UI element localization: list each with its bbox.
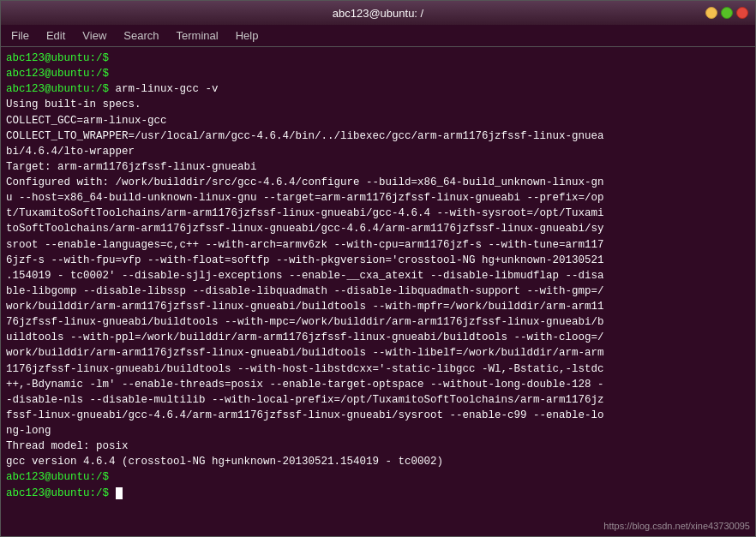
close-button[interactable] [736,7,748,19]
menu-help[interactable]: Help [229,27,266,44]
output-2: COLLECT_GCC=arm-linux-gcc [6,115,167,127]
watermark: https://blog.csdn.net/xine43730095 [603,521,750,531]
prompt-3: abc123@ubuntu:/$ [6,83,109,95]
output-1: Using built-in specs. [6,98,141,110]
output-3: COLLECT_LTO_WRAPPER=/usr/local/arm/gcc-4… [6,130,604,158]
output-6: Thread model: posix [6,440,129,452]
terminal-cursor [116,487,123,499]
menu-file[interactable]: File [4,27,36,44]
window-title: abc123@ubuntu: / [51,7,705,20]
terminal-window: abc123@ubuntu: / File Edit View Search T… [0,0,756,537]
menu-bar: File Edit View Search Terminal Help [1,25,755,47]
menu-search[interactable]: Search [117,27,165,44]
menu-edit[interactable]: Edit [39,27,72,44]
output-4: Target: arm-arm1176jzfssf-linux-gnueabi [6,161,257,173]
output-7: gcc version 4.6.4 (crosstool-NG hg+unkno… [6,456,443,468]
title-bar: abc123@ubuntu: / [1,1,755,25]
window-controls [705,7,748,19]
menu-view[interactable]: View [75,27,113,44]
cmd-1: arm-linux-gcc -v [109,83,219,95]
terminal-body[interactable]: abc123@ubuntu:/$ abc123@ubuntu:/$ abc123… [1,47,755,536]
menu-terminal[interactable]: Terminal [170,27,225,44]
prompt-5: abc123@ubuntu:/$ [6,487,109,499]
prompt-1: abc123@ubuntu:/$ [6,52,109,64]
terminal-output: abc123@ubuntu:/$ abc123@ubuntu:/$ abc123… [6,51,750,501]
prompt-2: abc123@ubuntu:/$ [6,68,109,80]
output-5: Configured with: /work/builddir/src/gcc-… [6,176,604,437]
prompt-4: abc123@ubuntu:/$ [6,471,109,483]
maximize-button[interactable] [721,7,733,19]
minimize-button[interactable] [705,7,717,19]
